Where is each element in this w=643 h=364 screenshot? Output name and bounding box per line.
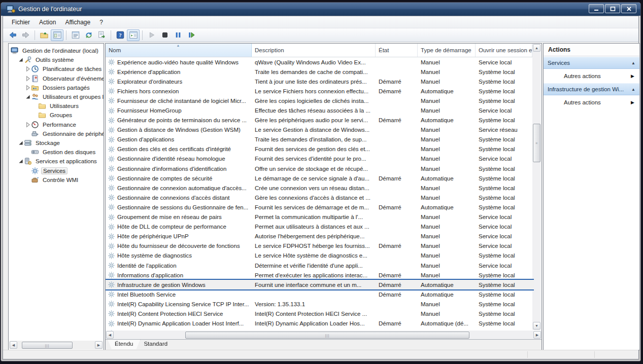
stop-service-icon[interactable]: [158, 29, 171, 41]
expanded-arrow-icon[interactable]: [18, 57, 24, 63]
tree-item-label: Contrôle WMI: [41, 176, 80, 184]
tree-horizontal-scrollbar[interactable]: ◀ ||| ▶: [9, 341, 103, 349]
scroll-right-icon[interactable]: ▶: [533, 331, 541, 339]
service-row[interactable]: Intel(R) Content Protection HECI Service…: [106, 309, 534, 318]
tree-item-utilisateurs[interactable]: Utilisateurs: [9, 101, 104, 111]
action-item-autres-actions[interactable]: Autres actions ▶: [544, 95, 639, 109]
service-row[interactable]: Explorateur d'ordinateursTient à jour un…: [106, 77, 534, 86]
expanded-arrow-icon[interactable]: [25, 94, 31, 100]
tree-item-outils-syst-me[interactable]: Outils système: [9, 55, 104, 64]
tree-item-performance[interactable]: Performance: [9, 120, 104, 129]
service-row[interactable]: Gestion des clés et des certificats d'in…: [106, 144, 534, 154]
scroll-down-icon[interactable]: ▼: [533, 322, 540, 330]
column-header-type-de-d-marrage[interactable]: Type de démarrage: [418, 44, 476, 57]
tree-item-groupes[interactable]: Groupes: [9, 111, 104, 120]
scrollbar-thumb[interactable]: |||: [22, 342, 73, 349]
service-row[interactable]: Gestion à distance de Windows (Gestion W…: [106, 125, 534, 135]
tree-item-services-et-applications[interactable]: Services et applications: [9, 157, 104, 166]
service-row[interactable]: Fournisseur de cliché instantané de logi…: [106, 96, 534, 105]
service-row[interactable]: Générateur de points de terminaison du s…: [106, 116, 534, 125]
service-row[interactable]: Gestionnaire de comptes de sécuritéLe dé…: [106, 173, 534, 183]
service-description: [252, 289, 376, 299]
expanded-arrow-icon[interactable]: [18, 140, 24, 146]
help-icon[interactable]: ?: [114, 29, 126, 41]
column-header-description[interactable]: Description: [252, 44, 376, 57]
tab--tendu[interactable]: Étendu: [108, 340, 140, 349]
show-action-pane-icon[interactable]: [127, 29, 140, 41]
horizontal-scrollbar[interactable]: ◀ ||| ▶: [106, 331, 542, 339]
scroll-left-icon[interactable]: ◀: [106, 331, 114, 339]
service-row[interactable]: Gestion d'applicationsTraite les demande…: [106, 135, 534, 144]
service-row[interactable]: Identité de l'applicationDétermine et vé…: [106, 261, 534, 270]
pause-service-icon[interactable]: [172, 29, 184, 41]
collapse-section-icon[interactable]: ▲: [631, 87, 635, 92]
scroll-up-icon[interactable]: ▲: [533, 44, 540, 52]
collapsed-arrow-icon[interactable]: [25, 122, 31, 128]
collapsed-arrow-icon[interactable]: [25, 66, 31, 72]
service-row[interactable]: Gestionnaire de connexions d'accès dista…: [106, 193, 534, 202]
service-row[interactable]: Groupement de mise en réseau de pairsPer…: [106, 212, 534, 222]
service-row[interactable]: Intel(R) Capability Licensing Service TC…: [106, 299, 534, 309]
service-row[interactable]: Expérience audio-vidéo haute qualité Win…: [106, 57, 534, 67]
service-row[interactable]: Gestionnaire d'informations d'identifica…: [106, 164, 534, 173]
expanded-arrow-icon[interactable]: [18, 158, 24, 164]
column-header--tat[interactable]: État: [376, 44, 418, 57]
up-one-level-icon[interactable]: [38, 29, 50, 41]
service-row[interactable]: Fichiers hors connexionLe service Fichie…: [106, 86, 534, 96]
tree-item-contr-le-wmi[interactable]: Contrôle WMI: [9, 175, 104, 185]
start-service-icon[interactable]: [145, 29, 158, 41]
service-row[interactable]: Hôte de périphérique UPnPAutorise l'hébe…: [106, 232, 534, 241]
service-row[interactable]: Intel Bluetooth ServiceDémarréAutomatiqu…: [106, 289, 534, 299]
action-item-autres-actions[interactable]: Autres actions ▶: [544, 69, 639, 83]
properties-icon[interactable]: [69, 29, 82, 41]
menu-action[interactable]: Action: [35, 17, 60, 27]
service-row[interactable]: Hôte de DLL de compteur de performancePe…: [106, 222, 534, 232]
collapsed-arrow-icon[interactable]: [25, 85, 31, 91]
refresh-icon[interactable]: [82, 29, 95, 41]
menu-fichier[interactable]: Fichier: [7, 17, 35, 27]
show-console-tree-icon[interactable]: [51, 29, 63, 41]
scroll-left-icon[interactable]: ◀: [10, 341, 17, 349]
close-button[interactable]: [621, 4, 636, 13]
service-row[interactable]: Informations d'applicationPermet d'exécu…: [106, 270, 534, 280]
service-row[interactable]: Intel(R) Dynamic Application Loader Host…: [106, 319, 534, 329]
service-row[interactable]: Fournisseur HomeGroupEffectue des tâches…: [106, 105, 534, 115]
tree-item-services[interactable]: Services: [9, 166, 104, 175]
scrollbar-thumb[interactable]: |||: [185, 332, 469, 339]
actions-section-services[interactable]: Services ▲: [544, 57, 639, 69]
service-row[interactable]: Gestionnaire de sessions du Gestionnaire…: [106, 202, 534, 212]
minimize-button[interactable]: [589, 4, 604, 13]
service-logon-as: Système local: [476, 193, 532, 202]
scroll-right-icon[interactable]: ▶: [95, 341, 103, 349]
tree-item-stockage[interactable]: Stockage: [9, 138, 104, 148]
forward-icon[interactable]: [19, 29, 32, 41]
actions-section-infrastructure-de-gestion-wi[interactable]: Infrastructure de gestion Wi... ▲: [544, 83, 639, 95]
titlebar[interactable]: Gestion de l'ordinateur: [1, 3, 640, 16]
service-row[interactable]: Gestionnaire d'identité réseau homologue…: [106, 154, 534, 164]
column-header-ouvrir-une-session-e[interactable]: Ouvrir une session e: [476, 44, 532, 57]
collapsed-arrow-icon[interactable]: [25, 76, 31, 82]
menu-?[interactable]: ?: [95, 17, 108, 27]
service-row-selected[interactable]: Infrastructure de gestion WindowsFournit…: [106, 280, 534, 289]
export-list-icon[interactable]: [95, 29, 108, 41]
collapse-section-icon[interactable]: ▲: [631, 61, 635, 65]
back-icon[interactable]: [6, 29, 19, 41]
tab-standard[interactable]: Standard: [137, 340, 175, 349]
tree-item-planificateur-de-t-ches[interactable]: Planificateur de tâches: [9, 64, 104, 74]
tree-item-gestion-des-disques[interactable]: Gestion des disques: [9, 148, 104, 157]
tree-item-utilisateurs-et-groupes-l[interactable]: Utilisateurs et groupes l: [9, 92, 104, 101]
service-row[interactable]: Hôte système de diagnosticsLe service Hô…: [106, 251, 534, 261]
scrollbar-thumb[interactable]: ≡: [533, 124, 540, 162]
service-row[interactable]: Hôte du fournisseur de découverte de fon…: [106, 241, 534, 251]
tree-item-gestionnaire-de-p-riph[interactable]: Gestionnaire de périphé: [9, 129, 104, 138]
tree-item-observateur-d-v-neme[interactable]: Observateur d'événeme: [9, 74, 104, 83]
tree-item-gestion-de-l-ordinateur-local[interactable]: Gestion de l'ordinateur (local): [9, 46, 104, 55]
service-row[interactable]: Gestionnaire de connexion automatique d'…: [106, 183, 534, 193]
maximize-button[interactable]: [605, 4, 620, 13]
menu-affichage[interactable]: Affichage: [60, 17, 95, 27]
service-name: Gestionnaire d'informations d'identifica…: [117, 166, 226, 172]
restart-service-icon[interactable]: [185, 29, 197, 41]
column-header-nom[interactable]: ▲Nom: [106, 44, 252, 57]
service-row[interactable]: Expérience d'applicationTraite les deman…: [106, 67, 534, 77]
tree-item-dossiers-partag-s[interactable]: Dossiers partagés: [9, 83, 104, 92]
